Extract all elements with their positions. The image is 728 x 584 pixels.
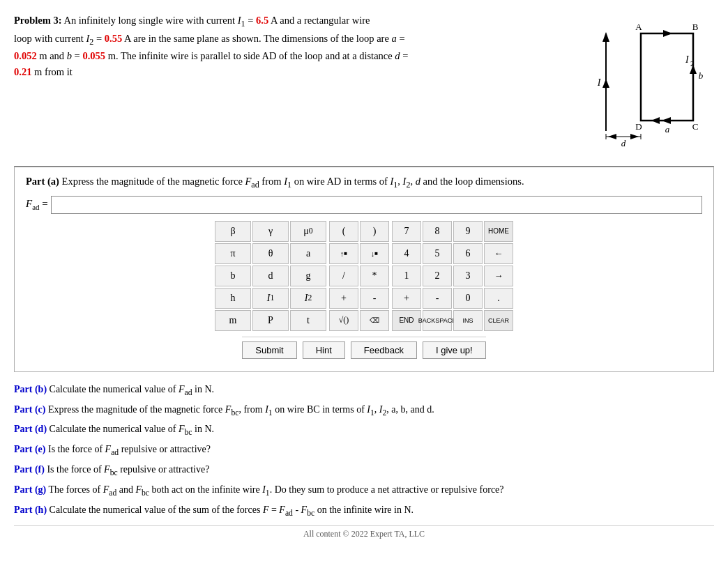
svg-marker-20 xyxy=(608,134,616,139)
kb-mult[interactable]: * xyxy=(360,266,389,286)
kb-b[interactable]: b xyxy=(215,266,251,286)
kb-beta[interactable]: β xyxy=(215,221,251,242)
kb-right-arrow[interactable]: → xyxy=(484,266,513,286)
diagram: I 1 A B C D b I 2 xyxy=(561,13,714,159)
problem-text4: A are in the same plane as shown. The di… xyxy=(122,33,404,44)
kb-3[interactable]: 3 xyxy=(453,266,483,286)
special-grid: ( ) ↑■ ↓■ / * + - √() ⌫ xyxy=(329,221,389,331)
right-numpad: 7 8 9 HOME 4 5 6 ← 1 2 3 → + - xyxy=(392,221,513,331)
svg-text:a: a xyxy=(665,124,670,135)
problem-statement: Problem 3: An infinitely long single wir… xyxy=(14,13,561,79)
kb-8[interactable]: 8 xyxy=(423,221,452,242)
kb-home[interactable]: HOME xyxy=(484,221,513,242)
answer-panel: Part (a) Express the magnitude of the ma… xyxy=(14,166,714,372)
symbol-grid: β γ μ0 π θ a b d g h I1 I2 m xyxy=(215,221,326,331)
kb-7[interactable]: 7 xyxy=(392,221,421,242)
part-e-text: Is the force of Fad repulsive or attract… xyxy=(48,444,211,454)
answer-input[interactable] xyxy=(51,196,702,214)
part-a-label: Part (a) Express the magnitude of the ma… xyxy=(26,176,702,190)
kb-m[interactable]: m xyxy=(215,310,251,331)
kb-4[interactable]: 4 xyxy=(392,243,421,264)
problem-text2: = xyxy=(245,15,256,26)
kb-g[interactable]: g xyxy=(290,266,326,286)
part-e-item: Part (e) Is the force of Fad repulsive o… xyxy=(14,440,714,460)
svg-marker-21 xyxy=(630,134,639,139)
svg-text:I: I xyxy=(597,77,602,88)
part-f-text: Is the force of Fbc repulsive or attract… xyxy=(47,464,209,475)
kb-backspace-sym[interactable]: ⌫ xyxy=(360,310,389,331)
kb-lparen[interactable]: ( xyxy=(329,221,358,242)
part-e-letter: Part (e) xyxy=(14,444,45,454)
full-keyboard: β γ μ0 π θ a b d g h I1 I2 m xyxy=(215,221,513,331)
kb-subscript[interactable]: ↓■ xyxy=(360,243,389,264)
give-up-button[interactable]: I give up! xyxy=(423,341,486,359)
kb-1[interactable]: 1 xyxy=(392,266,421,286)
svg-marker-15 xyxy=(662,117,671,124)
kb-rparen[interactable]: ) xyxy=(360,221,389,242)
svg-marker-23 xyxy=(651,117,660,124)
kb-d[interactable]: d xyxy=(252,266,289,286)
kb-ins[interactable]: INS xyxy=(453,310,483,331)
kb-dot[interactable]: . xyxy=(484,288,513,309)
submit-button[interactable]: Submit xyxy=(242,341,296,359)
svg-marker-1 xyxy=(602,32,609,42)
kb-I1[interactable]: I1 xyxy=(252,288,289,309)
kb-slash[interactable]: / xyxy=(329,266,358,286)
problem-text5: m and b = xyxy=(37,50,83,61)
kb-6[interactable]: 6 xyxy=(453,243,483,264)
kb-mu0[interactable]: μ0 xyxy=(290,221,326,242)
part-c-item: Part (c) Express the magnitude of the ma… xyxy=(14,401,714,420)
part-b-item: Part (b) Calculate the numerical value o… xyxy=(14,381,714,400)
part-g-item: Part (g) The forces of Fad and Fbc both … xyxy=(14,481,714,500)
kb-np-plus[interactable]: + xyxy=(392,288,421,309)
part-h-item: Part (h) Calculate the numerical value o… xyxy=(14,501,714,521)
kb-minus[interactable]: - xyxy=(360,288,389,309)
I1-value: 6.5 xyxy=(256,15,268,26)
svg-text:C: C xyxy=(692,121,699,132)
svg-text:I: I xyxy=(685,54,690,65)
kb-h[interactable]: h xyxy=(215,288,251,309)
kb-5[interactable]: 5 xyxy=(423,243,452,264)
part-h-letter: Part (h) xyxy=(14,505,47,515)
part-h-text: Calculate the numerical value of the sum… xyxy=(50,505,414,515)
svg-marker-14 xyxy=(663,30,672,37)
kb-pi[interactable]: π xyxy=(215,243,251,264)
kb-np-minus[interactable]: - xyxy=(423,288,452,309)
part-d-item: Part (d) Calculate the numerical value o… xyxy=(14,420,714,440)
kb-sqrt[interactable]: √() xyxy=(329,310,358,331)
kb-left-arrow[interactable]: ← xyxy=(484,243,513,264)
part-f-item: Part (f) Is the force of Fbc repulsive o… xyxy=(14,461,714,480)
part-g-text: The forces of Fad and Fbc both act on th… xyxy=(49,484,504,495)
kb-clear[interactable]: CLEAR xyxy=(484,310,513,331)
circuit-diagram: I 1 A B C D b I 2 xyxy=(564,13,711,159)
kb-9[interactable]: 9 xyxy=(453,221,483,242)
kb-2[interactable]: 2 xyxy=(423,266,452,286)
problem-text7: m from it xyxy=(31,66,72,77)
kb-superscript[interactable]: ↑■ xyxy=(329,243,358,264)
kb-P[interactable]: P xyxy=(252,310,289,331)
problem-text6: m. The infinite wire is parallel to side… xyxy=(105,50,408,61)
kb-t[interactable]: t xyxy=(290,310,326,331)
part-b-text: Calculate the numerical value of Fad in … xyxy=(50,384,215,394)
part-a-desc: Express the magnitude of the magnetic fo… xyxy=(62,176,524,187)
part-d-letter: Part (d) xyxy=(14,424,47,434)
fad-label: Fad = xyxy=(26,198,48,211)
kb-theta[interactable]: θ xyxy=(252,243,289,264)
part-d-text: Calculate the numerical value of Fbc in … xyxy=(50,424,215,434)
kb-I2[interactable]: I2 xyxy=(290,288,326,309)
input-row: Fad = xyxy=(26,196,702,214)
kb-backspace2[interactable]: BACKSPACE xyxy=(423,310,452,331)
a-value: 0.052 xyxy=(14,50,37,61)
kb-gamma[interactable]: γ xyxy=(252,221,289,242)
feedback-button[interactable]: Feedback xyxy=(351,341,417,359)
kb-a[interactable]: a xyxy=(290,243,326,264)
kb-end[interactable]: END xyxy=(392,310,421,331)
part-c-letter: Part (c) xyxy=(14,404,45,415)
action-buttons: Submit Hint Feedback I give up! xyxy=(242,337,485,359)
kb-0[interactable]: 0 xyxy=(453,288,483,309)
part-a-bold: Part (a) xyxy=(26,176,59,187)
parts-list: Part (b) Calculate the numerical value o… xyxy=(14,381,714,521)
hint-button[interactable]: Hint xyxy=(303,341,345,359)
kb-plus[interactable]: + xyxy=(329,288,358,309)
part-c-text: Express the magnitude of the magnetic fo… xyxy=(48,404,434,415)
